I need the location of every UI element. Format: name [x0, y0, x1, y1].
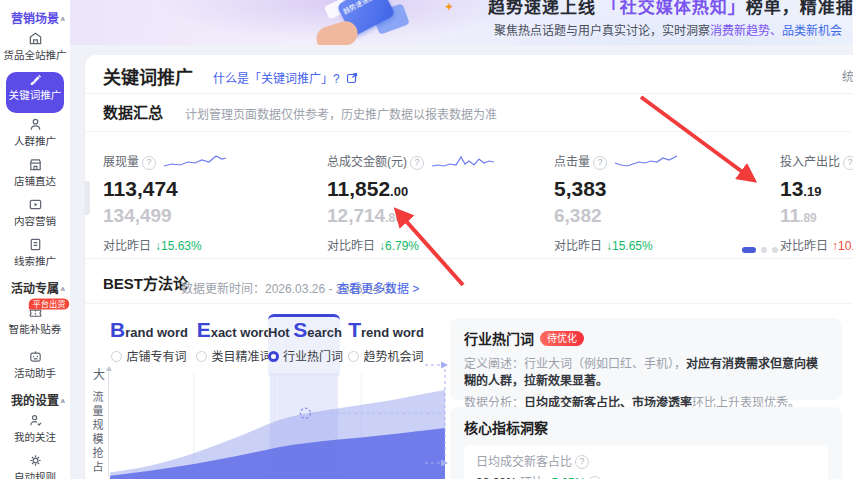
chevron-up-icon: ∧	[60, 11, 67, 27]
tab-en-pre: Hot	[268, 325, 293, 340]
banner-title-highlight: 「社交媒体热知」	[602, 0, 746, 17]
tab-en-label: Trend word	[343, 317, 429, 346]
question-mark-icon[interactable]	[593, 156, 607, 170]
indicator-label-line: 日均成交新客占比	[476, 452, 816, 469]
radio-unselected[interactable]	[111, 351, 122, 362]
sidebar-section-settings[interactable]: 我的设置∧	[0, 391, 70, 411]
value-int: 5,383	[554, 177, 607, 200]
radio-unselected[interactable]	[348, 351, 359, 362]
industry-hot-words-card: 行业热门词待优化 定义阐述：行业大词（例如口红、手机），对应有消费需求但意向模糊…	[450, 318, 842, 400]
app-window: 趋势速递上线 ✦ 趋势速递上线 「社交媒体热知」榜单，精准捕捉 聚焦热点话题与用…	[0, 0, 853, 479]
tab-en-rest: xact word	[211, 325, 272, 340]
sidebar-item-label: 我的关注	[1, 430, 68, 444]
y-axis-top-label: 大	[93, 365, 105, 382]
change-value: ↓6.79%	[379, 239, 419, 253]
page-title: 关键词推广	[103, 63, 193, 89]
y-axis-arrow	[106, 366, 112, 371]
document-icon	[0, 237, 70, 254]
metric-clicks: 点击量 5,383 6,382 对比昨日↓15.65%	[554, 153, 784, 253]
metric-prev-value: 11.89	[780, 206, 853, 228]
banner-title: 趋势速递上线 「社交媒体热知」榜单，精准捕捉	[488, 0, 853, 18]
y-axis-label: 流量规模抢占	[89, 391, 105, 475]
sidebar-item-leads-promo[interactable]: 线索推广	[0, 237, 70, 275]
value-dec: .19	[803, 184, 821, 199]
metric-total-gmv: 总成交金额(元) 11,852.00 12,714.80 对比昨日↓6.79%	[327, 153, 557, 253]
sidebar-item-label: 人群推广	[1, 134, 68, 148]
definition-line: 定义阐述：行业大词（例如口红、手机），对应有消费需求但意向模糊的人群，拉新效果显…	[464, 356, 828, 390]
sidebar-item-all-site-promo[interactable]: 货品全站推广	[0, 31, 70, 69]
tab-cn-label: 店铺专有词	[126, 350, 186, 364]
what-is-keyword-promo-link[interactable]: 什么是「关键词推广」?	[213, 69, 358, 86]
sidebar-section-label: 活动专属	[11, 282, 59, 296]
change-value: ↓15.65%	[606, 239, 653, 253]
tab-en-rest: rand word	[125, 325, 188, 340]
promo-banner[interactable]: 趋势速递上线 ✦ 趋势速递上线 「社交媒体热知」榜单，精准捕捉 聚焦热点话题与用…	[70, 0, 853, 45]
prev-dec: .80	[385, 211, 402, 225]
metric-value: 13.19	[780, 178, 853, 203]
carousel-left-edge[interactable]	[85, 181, 90, 215]
compare-label: 对比昨日	[103, 239, 151, 253]
sidebar-item-shop-direct[interactable]: 店铺直达	[0, 157, 70, 195]
tab-cn-label: 趋势机会词	[363, 350, 423, 364]
compare-label: 对比昨日	[780, 239, 828, 253]
tab-cn-label: 行业热门词	[283, 350, 343, 364]
chevron-up-icon: ∧	[60, 393, 67, 409]
question-mark-icon[interactable]	[843, 156, 853, 170]
sidebar-item-label: 内容营销	[1, 214, 68, 228]
update-label: 数据更新时间：	[181, 282, 265, 296]
pagination-dot-active[interactable]	[742, 247, 756, 253]
tab-trend-word[interactable]: Trend word 趋势机会词	[343, 317, 429, 373]
pagination-dot[interactable]	[761, 247, 767, 253]
tab-exact-word[interactable]: Exact word 类目精准词	[193, 317, 275, 373]
metric-label: 展现量	[103, 155, 139, 169]
sidebar-section-activities[interactable]: 活动专属∧	[0, 279, 70, 299]
area-chart-svg	[110, 373, 445, 479]
person-check-icon	[0, 413, 70, 430]
radio-unselected[interactable]	[196, 351, 207, 362]
metric-value: 113,474	[103, 178, 333, 203]
sidebar-item-audience-promo[interactable]: 人群推广	[0, 117, 70, 155]
sidebar-item-smart-coupon[interactable]: 平台出资 智能补贴券	[0, 305, 70, 347]
question-mark-icon[interactable]	[410, 156, 424, 170]
robot-helper-icon	[0, 349, 70, 366]
banner-subtitle-text: 聚焦热点话题与用户真实讨论，实时洞察	[494, 24, 710, 38]
sidebar-section-marketing[interactable]: 营销场景∧	[0, 9, 70, 29]
sidebar-item-my-follows[interactable]: 我的关注	[0, 413, 70, 451]
external-link-icon	[346, 72, 358, 84]
sidebar-item-auto-rules[interactable]: 自动规则	[0, 453, 70, 479]
connector-dashed-arrows	[423, 355, 453, 475]
metrics-pagination	[742, 247, 783, 253]
tab-en-initial: T	[348, 318, 361, 341]
sidebar-item-label: 智能补贴券	[1, 322, 68, 336]
metric-compare: 对比昨日↑10.93%	[780, 236, 853, 253]
tab-hot-search[interactable]: Hot Search 行业热门词	[268, 314, 340, 376]
definition-label: 定义阐述：	[464, 357, 524, 371]
sidebar-item-activity-helper[interactable]: 活动助手	[0, 349, 70, 387]
metric-prev-value: 12,714.80	[327, 206, 557, 228]
metric-prev-value: 134,499	[103, 206, 333, 228]
sparkline-chart	[162, 153, 228, 171]
prev-int: 6,382	[554, 205, 602, 226]
sidebar-item-content-marketing[interactable]: 内容营销	[0, 197, 70, 235]
keyword-pen-icon	[0, 71, 70, 88]
sidebar-item-keyword-promo[interactable]: 关键词推广	[0, 71, 70, 115]
pagination-dot[interactable]	[772, 247, 778, 253]
sidebar-item-label: 活动助手	[1, 366, 68, 380]
sidebar-item-label: 关键词推广	[1, 88, 68, 102]
change-value: ↑10.93%	[832, 239, 853, 253]
sparkline-chart	[430, 153, 496, 171]
metric-roi: 投入产出比 13.19 11.89 对比昨日↑10.93%	[780, 153, 853, 253]
chevron-up-icon: ∧	[60, 281, 67, 297]
radio-selected[interactable]	[268, 351, 279, 362]
y-axis-line	[108, 371, 109, 477]
question-mark-icon[interactable]	[142, 156, 156, 170]
tab-en-rest: rend word	[361, 325, 424, 340]
tab-brand-word[interactable]: Brand word 店铺专有词	[107, 317, 191, 373]
tab-en-initial: S	[293, 318, 307, 341]
indicator-value-line: 39.83% 环比 -5.25%	[476, 473, 816, 479]
hot-words-card-title: 行业热门词	[464, 328, 534, 348]
video-play-icon	[0, 197, 70, 214]
question-mark-icon[interactable]	[575, 455, 589, 469]
view-more-data-link[interactable]: 查看更多数据 >	[337, 279, 419, 296]
prev-int: 12,714	[327, 205, 385, 226]
